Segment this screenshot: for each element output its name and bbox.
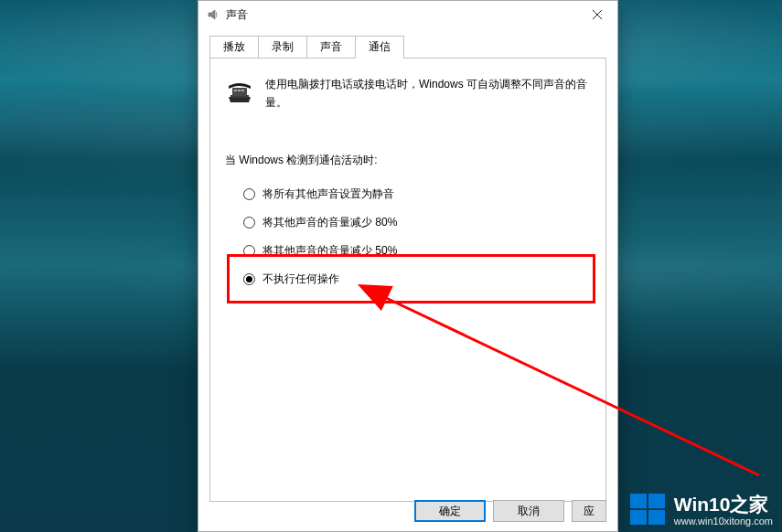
tab-playback[interactable]: 播放 bbox=[209, 36, 259, 58]
svg-rect-12 bbox=[648, 510, 665, 525]
watermark-url: www.win10xitong.com bbox=[674, 516, 773, 527]
radio-icon bbox=[243, 245, 255, 257]
radio-mute-all[interactable]: 将所有其他声音设置为静音 bbox=[243, 186, 591, 202]
svg-rect-4 bbox=[234, 90, 237, 91]
section-label: 当 Windows 检测到通信活动时: bbox=[225, 153, 591, 168]
phone-icon bbox=[225, 75, 254, 104]
radio-icon bbox=[243, 217, 255, 229]
tab-communications[interactable]: 通信 bbox=[355, 36, 404, 59]
svg-rect-9 bbox=[630, 494, 647, 508]
dialog-button-row: 确定 取消 应 bbox=[414, 500, 606, 522]
radio-group: 将所有其他声音设置为静音 将其他声音的音量减少 80% 将其他声音的音量减少 5… bbox=[225, 186, 591, 287]
radio-label: 将其他声音的音量减少 50% bbox=[262, 243, 397, 259]
watermark-title: Win10之家 bbox=[674, 494, 773, 516]
svg-rect-5 bbox=[238, 90, 241, 91]
radio-label: 不执行任何操作 bbox=[262, 271, 339, 287]
tab-recording[interactable]: 录制 bbox=[258, 36, 307, 58]
tab-panel-communications: 使用电脑拨打电话或接电话时，Windows 可自动调整不同声音的音量。 当 Wi… bbox=[209, 58, 606, 502]
window-title: 声音 bbox=[226, 7, 579, 23]
radio-reduce-80[interactable]: 将其他声音的音量减少 80% bbox=[243, 215, 591, 230]
cancel-button[interactable]: 取消 bbox=[493, 500, 564, 522]
windows-logo-icon bbox=[628, 490, 669, 530]
close-button[interactable] bbox=[579, 2, 616, 27]
radio-reduce-50[interactable]: 将其他声音的音量减少 50% bbox=[243, 243, 591, 259]
panel-description: 使用电脑拨打电话或接电话时，Windows 可自动调整不同声音的音量。 bbox=[265, 75, 591, 112]
watermark: Win10之家 www.win10xitong.com bbox=[628, 490, 773, 530]
ok-button[interactable]: 确定 bbox=[414, 500, 486, 522]
tab-strip: 播放 录制 声音 通信 bbox=[209, 36, 606, 58]
watermark-text: Win10之家 www.win10xitong.com bbox=[674, 494, 773, 527]
tab-area: 播放 录制 声音 通信 使用电脑拨打电话或接电话时 bbox=[198, 28, 617, 502]
titlebar: 声音 bbox=[198, 1, 617, 28]
tab-sounds[interactable]: 声音 bbox=[306, 36, 356, 58]
radio-label: 将其他声音的音量减少 80% bbox=[262, 215, 397, 230]
close-icon bbox=[593, 10, 602, 19]
sound-dialog: 声音 播放 录制 声音 通信 bbox=[198, 0, 618, 532]
svg-rect-10 bbox=[648, 494, 665, 508]
svg-rect-6 bbox=[241, 90, 244, 91]
radio-label: 将所有其他声音设置为静音 bbox=[262, 186, 394, 202]
radio-do-nothing[interactable]: 不执行任何操作 bbox=[243, 271, 591, 287]
apply-button[interactable]: 应 bbox=[572, 500, 606, 522]
svg-rect-11 bbox=[630, 510, 647, 525]
sound-title-icon bbox=[206, 7, 220, 22]
info-row: 使用电脑拨打电话或接电话时，Windows 可自动调整不同声音的音量。 bbox=[225, 75, 591, 112]
radio-icon bbox=[243, 188, 255, 200]
svg-rect-3 bbox=[232, 88, 247, 96]
radio-icon-checked bbox=[243, 273, 255, 285]
